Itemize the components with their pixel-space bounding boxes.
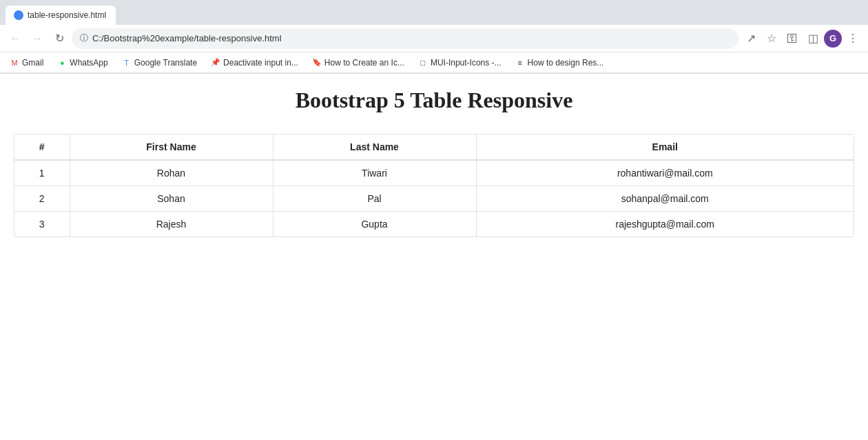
how-create-icon: 🔖 — [312, 58, 322, 68]
bookmark-button[interactable]: ☆ — [762, 29, 781, 48]
browser-chrome: table-responsive.html ← → ↻ ⓘ C:/Bootstr… — [0, 0, 868, 74]
tab-bar: table-responsive.html — [0, 0, 868, 25]
cell-lastname: Gupta — [273, 212, 476, 237]
mui-icon: □ — [418, 58, 428, 68]
cast-button[interactable]: ◫ — [803, 29, 823, 48]
forward-button[interactable]: → — [28, 29, 47, 48]
how-design-icon: ≡ — [515, 58, 525, 68]
cell-num: 2 — [14, 186, 70, 212]
bookmark-gmail[interactable]: M Gmail — [6, 57, 48, 69]
col-header-email: Email — [476, 134, 854, 160]
menu-button[interactable]: ⋮ — [843, 29, 862, 48]
table-header-row: # First Name Last Name Email — [14, 134, 854, 160]
address-text: C:/Bootstrap%20example/table-responsive.… — [92, 33, 730, 43]
bookmark-how-create[interactable]: 🔖 How to Create an Ic... — [308, 57, 409, 69]
tab-title: table-responsive.html — [28, 10, 106, 20]
reload-button[interactable]: ↻ — [50, 29, 69, 48]
bookmark-mui[interactable]: □ MUI-Input-Icons -... — [414, 57, 506, 69]
cell-firstname: Sohan — [70, 186, 273, 212]
nav-bar: ← → ↻ ⓘ C:/Bootstrap%20example/table-res… — [0, 25, 868, 52]
bookmark-mui-label: MUI-Input-Icons -... — [431, 58, 502, 68]
bookmark-deactivate-label: Deactivate input in... — [223, 58, 298, 68]
share-button[interactable]: ↗ — [741, 29, 761, 48]
table-row: 1 Rohan Tiwari rohantiwari@mail.com — [14, 160, 854, 186]
bookmark-how-design-label: How to design Res... — [528, 58, 604, 68]
deactivate-icon: 📌 — [211, 58, 220, 68]
cell-lastname: Tiwari — [273, 160, 476, 186]
cell-email: sohanpal@mail.com — [476, 186, 854, 212]
gmail-icon: M — [10, 58, 19, 68]
bookmarks-bar: M Gmail ● WhatsApp T Google Translate 📌 … — [0, 52, 868, 73]
cell-num: 1 — [14, 160, 70, 186]
data-table: # First Name Last Name Email 1 Rohan Tiw… — [14, 134, 854, 237]
cell-firstname: Rohan — [70, 160, 273, 186]
bookmark-gmail-label: Gmail — [22, 58, 43, 68]
page-content: Bootstrap 5 Table Responsive # First Nam… — [0, 74, 868, 440]
profile-button[interactable]: G — [824, 30, 842, 48]
cell-email: rohantiwari@mail.com — [476, 160, 854, 186]
nav-actions: ↗ ☆ ⚿ ◫ G ⋮ — [741, 29, 862, 48]
lock-icon: ⓘ — [80, 32, 88, 44]
back-button[interactable]: ← — [6, 29, 25, 48]
bookmark-deactivate[interactable]: 📌 Deactivate input in... — [207, 57, 302, 69]
bookmark-how-create-label: How to Create an Ic... — [324, 58, 404, 68]
cell-lastname: Pal — [273, 186, 476, 212]
cell-email: rajeshgupta@mail.com — [476, 212, 854, 237]
table-container: # First Name Last Name Email 1 Rohan Tiw… — [14, 134, 854, 237]
table-row: 2 Sohan Pal sohanpal@mail.com — [14, 186, 854, 212]
bookmark-whatsapp-label: WhatsApp — [70, 58, 107, 68]
col-header-lastname: Last Name — [273, 134, 476, 160]
extensions-button[interactable]: ⚿ — [783, 29, 802, 48]
bookmark-how-design[interactable]: ≡ How to design Res... — [511, 57, 608, 69]
col-header-firstname: First Name — [70, 134, 273, 160]
translate-icon: T — [122, 58, 132, 68]
tab-favicon — [14, 10, 23, 20]
bookmark-translate[interactable]: T Google Translate — [118, 57, 201, 69]
whatsapp-icon: ● — [57, 58, 67, 68]
bookmark-whatsapp[interactable]: ● WhatsApp — [53, 57, 112, 69]
page-title: Bootstrap 5 Table Responsive — [14, 88, 854, 113]
cell-num: 3 — [14, 212, 70, 237]
address-bar[interactable]: ⓘ C:/Bootstrap%20example/table-responsiv… — [72, 28, 738, 49]
col-header-num: # — [14, 134, 70, 160]
active-tab[interactable]: table-responsive.html — [6, 6, 116, 25]
cell-firstname: Rajesh — [70, 212, 273, 237]
table-row: 3 Rajesh Gupta rajeshgupta@mail.com — [14, 212, 854, 237]
bookmark-translate-label: Google Translate — [134, 58, 197, 68]
